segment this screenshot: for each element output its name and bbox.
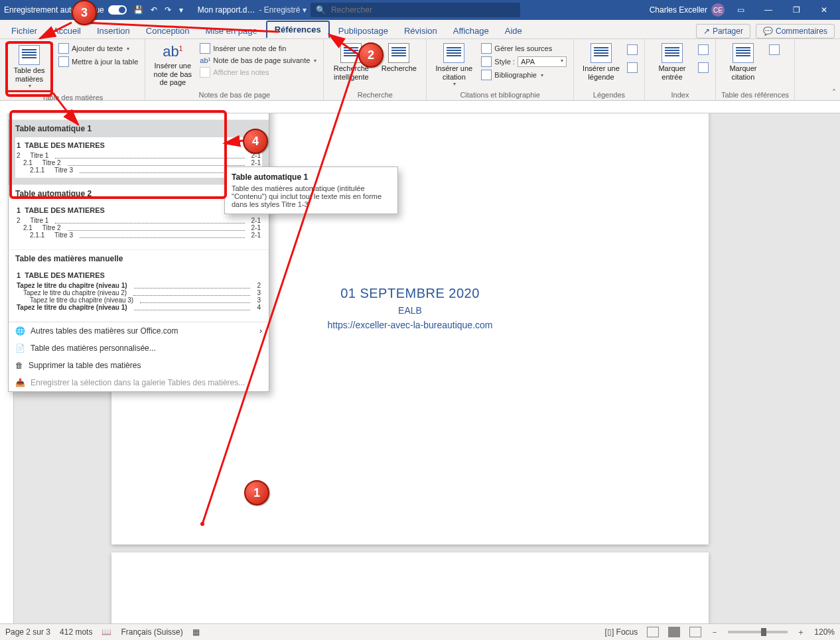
- group-toa: Marquer citation Table des références: [716, 39, 795, 100]
- zoom-slider[interactable]: [728, 631, 788, 633]
- tab-insertion[interactable]: Insertion: [90, 23, 137, 38]
- minimize-icon[interactable]: —: [756, 5, 780, 15]
- ribbon-options-icon[interactable]: ▭: [729, 5, 752, 15]
- save-icon[interactable]: 💾: [133, 5, 143, 15]
- next-footnote-button[interactable]: ab¹Note de bas de page suivante▾: [198, 55, 318, 66]
- title-bar: Enregistrement automatique 💾 ↶ ↷ ▾ Mon r…: [0, 0, 840, 20]
- search-box[interactable]: 🔍: [311, 3, 520, 17]
- saved-status: Enregistré: [264, 5, 301, 15]
- spellcheck-icon[interactable]: 📖: [102, 627, 111, 637]
- endnote-icon: [200, 43, 210, 54]
- group-citations: Insérer une citation▾ Gérer les sources …: [427, 39, 574, 100]
- tab-references[interactable]: Références: [266, 21, 330, 38]
- citation-icon: [443, 43, 464, 63]
- collapse-ribbon-icon[interactable]: ˄: [832, 88, 836, 97]
- mark-citation-button[interactable]: Marquer citation: [721, 42, 765, 82]
- tab-accueil[interactable]: Accueil: [46, 23, 88, 38]
- toa-extra-icon[interactable]: [769, 44, 780, 55]
- maximize-icon[interactable]: ❐: [784, 5, 808, 15]
- document-area: 01 SEPTEMBRE 2020 EALB https://exceller-…: [0, 113, 840, 637]
- group-label-citations: Citations et bibliographie: [432, 90, 568, 99]
- page-indicator[interactable]: Page 2 sur 3: [5, 627, 50, 637]
- tab-conception[interactable]: Conception: [139, 23, 197, 38]
- tab-aide[interactable]: Aide: [498, 23, 529, 38]
- insert-caption-button[interactable]: Insérer une légende: [579, 42, 623, 82]
- zoom-level[interactable]: 120%: [814, 627, 835, 637]
- autosave-toggle[interactable]: [108, 5, 127, 15]
- web-layout-icon[interactable]: [689, 627, 701, 637]
- custom-toc[interactable]: 📄Table des matières personnalisée...: [9, 340, 269, 357]
- group-label-research: Recherche: [329, 90, 421, 99]
- tab-affichage[interactable]: Affichage: [446, 23, 496, 38]
- show-notes-button: Afficher les notes: [198, 66, 318, 79]
- globe-icon: 🌐: [15, 326, 25, 336]
- search-icon: 🔍: [316, 5, 326, 15]
- more-toc-office[interactable]: 🌐Autres tables des matières sur Office.c…: [9, 322, 269, 340]
- caption-extra2-icon[interactable]: [627, 62, 638, 73]
- group-label-captions: Légendes: [579, 90, 639, 99]
- share-button[interactable]: ↗Partager: [696, 24, 750, 38]
- gallery-item-manual[interactable]: Table des matières manuelle 1 Table des …: [9, 249, 269, 322]
- update-icon: [58, 56, 69, 67]
- avatar[interactable]: CE: [711, 3, 725, 17]
- tab-fichier[interactable]: Fichier: [4, 23, 44, 38]
- share-icon: ↗: [703, 27, 710, 36]
- caption-icon: [591, 43, 612, 63]
- tab-publipostage[interactable]: Publipostage: [331, 23, 395, 38]
- qat-more-icon[interactable]: ▾: [179, 5, 183, 15]
- style-icon: [481, 56, 492, 67]
- callout-4: 4: [243, 129, 268, 154]
- insert-citation-button[interactable]: Insérer une citation▾: [432, 42, 476, 88]
- user-name[interactable]: Charles Exceller: [650, 5, 707, 15]
- bibliography-button[interactable]: Bibliographie▾: [480, 68, 568, 82]
- group-captions: Insérer une légende Légendes: [574, 39, 645, 100]
- toc-gallery: Prédéfini Table automatique 1 1 Table de…: [8, 113, 269, 392]
- read-mode-icon[interactable]: [647, 627, 659, 637]
- horizontal-ruler[interactable]: [13, 101, 840, 113]
- toc-icon: [19, 45, 40, 65]
- qat: 💾 ↶ ↷ ▾: [131, 5, 186, 15]
- language[interactable]: Français (Suisse): [121, 627, 182, 637]
- comment-icon: 💬: [763, 27, 773, 36]
- add-text-button[interactable]: Ajouter du texte▾: [57, 42, 139, 55]
- gallery-header: Prédéfini: [9, 113, 269, 119]
- mark-entry-button[interactable]: Marquer entrée: [650, 42, 694, 82]
- group-index: Marquer entrée Index: [645, 39, 716, 100]
- index-extra1-icon[interactable]: [698, 44, 709, 55]
- close-icon[interactable]: ✕: [812, 5, 836, 15]
- insert-endnote-button[interactable]: Insérer une note de fin: [198, 42, 318, 55]
- remove-icon: 🗑: [15, 361, 23, 370]
- index-extra2-icon[interactable]: [698, 62, 709, 73]
- remove-toc[interactable]: 🗑Supprimer la table des matières: [9, 357, 269, 374]
- caption-extra1-icon[interactable]: [627, 44, 638, 55]
- focus-mode[interactable]: [▯] Focus: [605, 627, 638, 637]
- sources-icon: [481, 43, 492, 54]
- callout-2: 2: [358, 42, 384, 68]
- tab-revision[interactable]: Révision: [397, 23, 445, 38]
- print-layout-icon[interactable]: [668, 627, 680, 637]
- tooltip-title: Table automatique 1: [232, 172, 391, 182]
- zoom-out-icon[interactable]: －: [711, 627, 719, 638]
- search-input[interactable]: [330, 5, 515, 15]
- update-toc-button[interactable]: Mettre à jour la table: [57, 55, 139, 68]
- macro-icon[interactable]: ▦: [192, 627, 200, 637]
- style-selector[interactable]: Style : APA▾: [480, 55, 568, 68]
- redo-icon[interactable]: ↷: [165, 5, 171, 15]
- callout-1: 1: [244, 480, 269, 505]
- ribbon: Table des matières ▾ Ajouter du texte▾ M…: [0, 39, 840, 101]
- page-icon: 📄: [15, 344, 25, 353]
- comments-button[interactable]: 💬Commentaires: [756, 24, 835, 38]
- group-footnotes: ab1Insérer une note de bas de page Insér…: [145, 39, 324, 100]
- tab-mise-en-page[interactable]: Mise en page: [198, 23, 265, 38]
- manage-sources-button[interactable]: Gérer les sources: [480, 42, 568, 55]
- chevron-right-icon: ›: [259, 326, 262, 336]
- undo-icon[interactable]: ↶: [151, 5, 157, 15]
- insert-footnote-button[interactable]: ab1Insérer une note de bas de page: [151, 42, 194, 88]
- research-button[interactable]: Recherche: [377, 42, 421, 74]
- biblio-icon: [481, 70, 492, 80]
- save-selection-toc: 📥Enregistrer la sélection dans la galeri…: [9, 374, 269, 391]
- show-notes-icon: [200, 67, 210, 78]
- toc-button[interactable]: Table des matières ▾: [5, 42, 53, 92]
- zoom-in-icon[interactable]: ＋: [797, 627, 805, 638]
- word-count[interactable]: 412 mots: [60, 627, 92, 637]
